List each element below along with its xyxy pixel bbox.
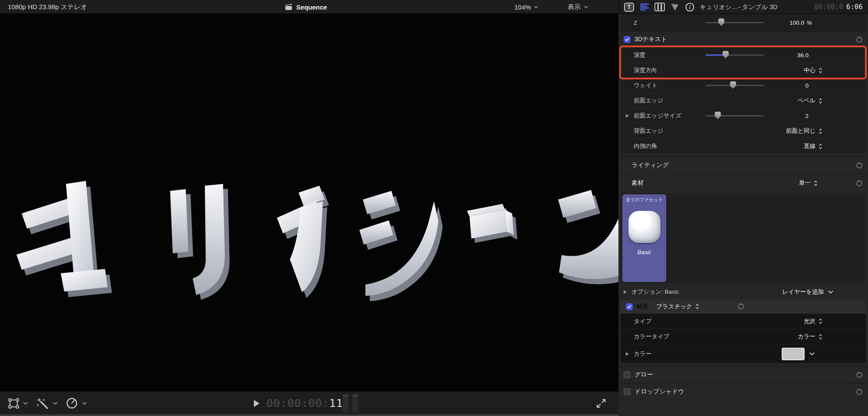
viewer-canvas[interactable]: 00:00:00:11 xyxy=(0,14,618,416)
depth-direction-label: 深度方向 xyxy=(634,66,657,74)
playhead-timecode[interactable]: 00:00:00:11 xyxy=(266,392,343,415)
expand-arrows-icon xyxy=(595,398,607,409)
sequence-selector[interactable]: Sequence xyxy=(285,0,327,14)
material-thumbnail xyxy=(628,211,661,243)
inspector-tabs: T xyxy=(624,0,695,14)
reset-icon[interactable] xyxy=(855,388,863,396)
reset-icon[interactable] xyxy=(855,371,863,379)
viewer-toolbar: 00:00:00:11 xyxy=(0,391,618,414)
disclosure-triangle-icon[interactable] xyxy=(626,114,629,118)
info-icon: i xyxy=(685,3,694,12)
panel-divider xyxy=(618,0,619,14)
color-swatch[interactable] xyxy=(782,347,805,360)
play-button[interactable] xyxy=(254,392,260,415)
chevron-down-icon xyxy=(584,6,588,8)
type-label: タイプ xyxy=(634,318,651,325)
add-layer-button[interactable]: レイヤーを追加 xyxy=(782,288,833,296)
3d-title-text xyxy=(0,14,618,416)
slider-thumb[interactable] xyxy=(715,112,721,117)
effects-tool[interactable] xyxy=(36,392,58,415)
app-window: 1080p HD 23.98p ステレオ Sequence 104% 表示 T xyxy=(0,0,868,416)
row-color: カラー xyxy=(621,344,866,363)
3d-letter xyxy=(170,184,230,300)
depth-direction-popup[interactable]: 中心 xyxy=(804,66,822,74)
zoom-select[interactable]: 104% xyxy=(514,0,538,14)
glow-checkbox[interactable] xyxy=(624,371,631,378)
front-edge-size-slider[interactable] xyxy=(706,112,764,120)
transform-icon xyxy=(8,398,20,409)
reset-icon[interactable] xyxy=(855,180,863,187)
3d-text-checkbox[interactable] xyxy=(624,36,631,43)
updown-chevrons-icon xyxy=(819,128,822,134)
substance-popup[interactable]: プラスチック xyxy=(656,303,699,311)
chevron-down-icon xyxy=(534,6,538,8)
depth-slider[interactable] xyxy=(706,51,764,59)
substance-label: 材質 xyxy=(637,303,648,311)
slider-thumb[interactable] xyxy=(723,51,729,56)
transform-group-tail: Z 100.0 % xyxy=(621,14,866,31)
substance-checkbox[interactable] xyxy=(626,303,633,310)
audio-meters[interactable] xyxy=(343,392,358,415)
view-menu[interactable]: 表示 xyxy=(568,0,588,14)
clapperboard-icon xyxy=(285,3,293,10)
weight-value[interactable]: 0 xyxy=(805,82,809,89)
z-slider[interactable] xyxy=(706,19,764,27)
cone-icon xyxy=(671,3,679,11)
inner-corner-popup[interactable]: 直線 xyxy=(804,142,822,150)
tab-info-inspector[interactable]: i xyxy=(684,2,695,12)
updown-chevrons-icon xyxy=(819,98,822,104)
sequence-label: Sequence xyxy=(296,3,327,11)
z-unit: % xyxy=(807,20,812,26)
chevron-down-icon[interactable] xyxy=(809,352,815,356)
zoom-value: 104% xyxy=(514,3,531,11)
type-popup[interactable]: 光沢 xyxy=(804,318,822,325)
reset-icon[interactable] xyxy=(855,162,863,169)
front-edge-popup[interactable]: ベベル xyxy=(798,97,822,105)
chevron-down-icon xyxy=(53,402,58,405)
row-options: オプション: Basic レイヤーを追加 xyxy=(618,285,868,299)
front-edge-label: 前面エッジ xyxy=(634,97,663,105)
audio-meter-right xyxy=(352,394,358,413)
retime-tool[interactable] xyxy=(66,392,87,415)
slider-thumb[interactable] xyxy=(718,19,724,24)
format-label: 1080p HD 23.98p ステレオ xyxy=(8,3,87,11)
text-inspector-icon: T xyxy=(624,3,634,12)
check-icon xyxy=(625,37,630,42)
material-mode-popup[interactable]: 単一 xyxy=(799,179,818,187)
chevron-down-icon xyxy=(82,402,87,405)
slider-thumb[interactable] xyxy=(730,82,736,87)
reset-icon[interactable] xyxy=(855,36,863,43)
updown-chevrons-icon xyxy=(695,303,699,310)
3d-letter xyxy=(467,204,517,243)
material-swatch-basic[interactable]: 全てのファセット Basic xyxy=(622,194,666,282)
disclosure-triangle-icon[interactable] xyxy=(624,290,627,294)
window-edge-strip xyxy=(0,414,618,416)
disclosure-triangle-icon[interactable] xyxy=(626,352,629,356)
row-depth-direction: 深度方向 中心 xyxy=(621,62,866,78)
row-substance: 材質 プラスチック xyxy=(621,299,866,314)
drop-shadow-checkbox[interactable] xyxy=(624,388,631,395)
substance-params: タイプ 光沢 カラータイプ カラー xyxy=(621,314,866,363)
front-edge-size-label: 前面エッジサイズ xyxy=(634,112,681,120)
transform-tool[interactable] xyxy=(8,392,28,415)
z-value[interactable]: 100.0 xyxy=(789,20,804,26)
material-name: Basic xyxy=(638,249,651,255)
front-edge-size-value[interactable]: 2 xyxy=(805,113,809,119)
fullscreen-button[interactable] xyxy=(595,392,607,415)
section-material: 素材 単一 xyxy=(618,174,868,192)
tab-text-inspector[interactable]: T xyxy=(624,2,635,12)
back-edge-popup[interactable]: 前面と同じ xyxy=(786,127,822,135)
section-3d-text: 3Dテキスト xyxy=(618,32,868,47)
tab-text-styles[interactable] xyxy=(639,2,650,12)
tab-video-inspector[interactable] xyxy=(654,2,665,12)
reset-icon[interactable] xyxy=(737,303,744,310)
weight-slider[interactable] xyxy=(706,82,764,90)
3d-letter xyxy=(558,190,618,284)
color-label: カラー xyxy=(634,350,651,358)
viewer-top-bar: 1080p HD 23.98p ステレオ Sequence 104% 表示 T xyxy=(0,0,868,14)
magic-wand-icon xyxy=(36,397,49,409)
depth-label: 深度 xyxy=(634,51,645,59)
color-type-popup[interactable]: カラー xyxy=(798,333,822,341)
depth-value[interactable]: 36.0 xyxy=(797,52,809,58)
tab-generator-inspector[interactable] xyxy=(669,2,680,12)
